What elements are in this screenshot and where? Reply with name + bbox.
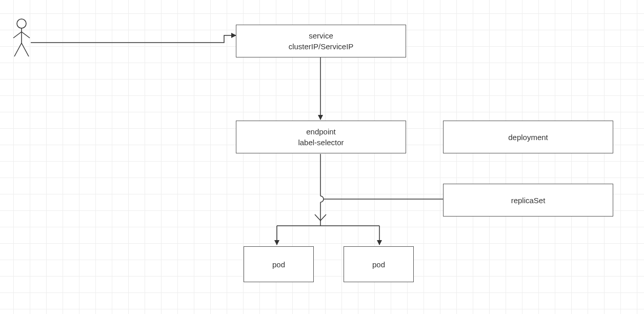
node-deployment-label: deployment	[508, 132, 548, 143]
diagram-canvas: service clusterIP/ServiceIP endpoint lab…	[0, 0, 644, 314]
node-service-line2: clusterIP/ServiceIP	[289, 41, 354, 52]
edge-jump-arc	[320, 196, 324, 202]
node-pod-1: pod	[244, 246, 314, 282]
actor-user	[11, 17, 32, 60]
svg-line-3	[22, 32, 30, 38]
node-service-line1: service	[309, 30, 333, 41]
node-endpoint-line2: label-selector	[298, 137, 344, 148]
svg-point-0	[17, 19, 26, 28]
node-pod-2-label: pod	[372, 259, 385, 270]
svg-line-5	[22, 43, 29, 56]
svg-line-2	[13, 32, 22, 38]
node-replicaset: replicaSet	[443, 184, 613, 217]
node-pod-1-label: pod	[272, 259, 285, 270]
node-pod-2: pod	[344, 246, 414, 282]
svg-line-4	[14, 43, 22, 56]
node-replicaset-label: replicaSet	[511, 195, 546, 206]
node-service: service clusterIP/ServiceIP	[236, 25, 406, 57]
node-endpoint-line1: endpoint	[306, 126, 336, 137]
edge-user-to-service	[31, 35, 236, 43]
node-endpoint: endpoint label-selector	[236, 121, 406, 153]
edge-replicaset-tick	[315, 214, 326, 221]
node-deployment: deployment	[443, 121, 613, 153]
